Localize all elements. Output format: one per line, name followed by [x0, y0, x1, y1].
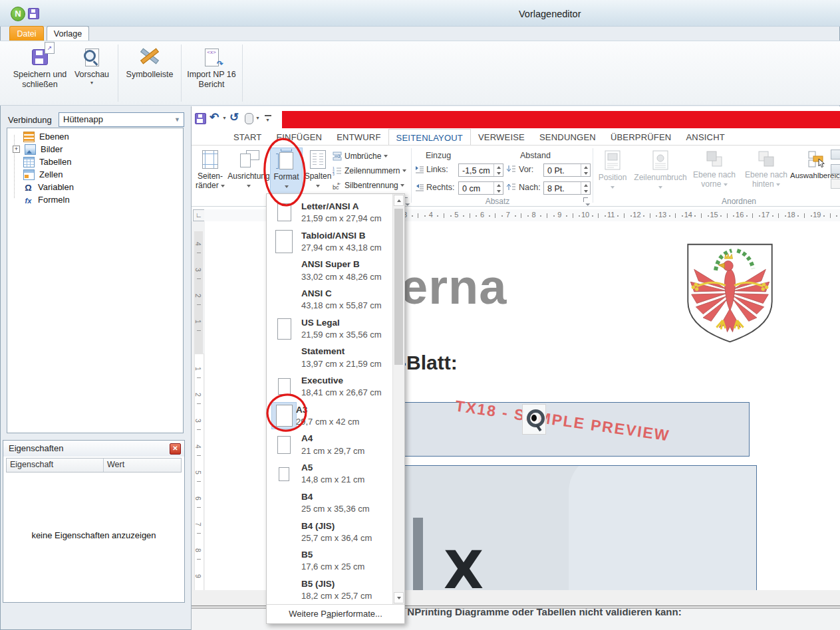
rotate-objects-icon[interactable]: [831, 179, 840, 189]
spacing-before-input[interactable]: 0 Pt.: [543, 163, 591, 177]
toolbar-button[interactable]: Symbolleiste: [123, 45, 176, 94]
tab-ansicht[interactable]: ANSICHT: [678, 129, 732, 145]
paper-size-executive[interactable]: Executive18,41 cm x 26,67 cm: [267, 372, 393, 401]
orientation-button[interactable]: Ausrichtung: [227, 148, 271, 201]
group-label-absatz: Absatz: [458, 197, 537, 206]
spacing-before-icon: [507, 165, 516, 173]
paper-size-ansi-c[interactable]: ANSI C43,18 cm x 55,87 cm: [267, 285, 393, 314]
qat-save-icon[interactable]: [195, 113, 206, 124]
save-and-close-icon: ↗: [27, 45, 53, 70]
customize-qat-icon[interactable]: [265, 115, 271, 116]
indent-label: Einzug: [426, 151, 451, 160]
tab-überprüfen[interactable]: ÜBERPRÜFEN: [603, 129, 679, 145]
undo-dropdown-icon[interactable]: ▼: [222, 116, 227, 120]
line-numbers-button[interactable]: 123 Zeilennummern: [333, 165, 411, 177]
stepper-arrows[interactable]: [493, 182, 503, 194]
preview-button[interactable]: Vorschau ▾: [70, 45, 113, 94]
touch-mode-icon[interactable]: [245, 113, 253, 124]
paper-size-b5[interactable]: B517,6 cm x 25 cm: [267, 546, 393, 576]
undo-icon[interactable]: ↶: [210, 110, 219, 124]
tab-verweise[interactable]: VERWEISE: [471, 129, 532, 145]
save-icon[interactable]: [28, 8, 39, 19]
tab-einfügen[interactable]: EINFÜGEN: [269, 129, 329, 145]
line-numbers-icon: 123: [333, 166, 342, 175]
paper-size-us-legal[interactable]: US Legal21,59 cm x 35,56 cm: [267, 314, 393, 344]
position-icon: [605, 150, 621, 170]
import-np16-button[interactable]: <x> ↷ Import NP 16 Bericht: [186, 45, 237, 94]
paper-size-b4[interactable]: B425 cm x 35,36 cm: [267, 488, 393, 518]
hyphenation-button[interactable]: a-bc Silbentrennung: [333, 179, 411, 191]
breaks-icon: [333, 152, 342, 161]
paper-size-b4-jis-[interactable]: B4 (JIS)25,7 cm x 36,4 cm: [267, 518, 393, 547]
paper-size-tabloid-ansi-b[interactable]: Tabloid/ANSI B27,94 cm x 43,18 cm: [267, 227, 393, 257]
redo-icon[interactable]: ↺: [229, 110, 239, 124]
properties-table-header: Eigenschaft Wert: [6, 458, 182, 472]
content-table-cell[interactable]: X: [402, 465, 757, 590]
tree-item-ebenen[interactable]: Ebenen: [9, 130, 182, 143]
bring-forward-button[interactable]: Ebene nach vorne: [689, 148, 740, 201]
paper-size-a3[interactable]: A329,7 cm x 42 cm: [267, 401, 393, 431]
tab-start[interactable]: START: [226, 129, 269, 145]
scroll-down-icon[interactable]: [394, 592, 404, 603]
align-objects-icon[interactable]: [831, 150, 840, 159]
paper-size-a5[interactable]: A514,8 cm x 21 cm: [267, 459, 393, 488]
tree-item-tabellen[interactable]: Tabellen: [9, 156, 182, 168]
paper-sheet-icon: [278, 378, 291, 395]
customize-qat-arrow-icon[interactable]: ▼: [265, 118, 270, 122]
tab-datei[interactable]: Datei: [9, 26, 44, 41]
nach-label: Nach:: [519, 183, 541, 192]
tools-icon: [136, 45, 163, 70]
tree-item-bilder[interactable]: +Bilder: [9, 143, 182, 156]
column-eigenschaft[interactable]: Eigenschaft: [7, 459, 104, 472]
position-button[interactable]: Position: [595, 148, 630, 201]
paper-size-ansi-super-b[interactable]: ANSI Super B33,02 cm x 48,26 cm: [267, 256, 393, 285]
menu-scrollbar[interactable]: [392, 194, 404, 604]
hyphenation-icon: a-bc: [333, 181, 342, 190]
indent-left-input[interactable]: -1,5 cm: [458, 163, 503, 177]
columns-icon: [310, 150, 326, 169]
scrollbar-thumb[interactable]: [394, 209, 403, 365]
indent-right-input[interactable]: 0 cm: [458, 181, 503, 195]
tree-item-zellen[interactable]: Zellen: [9, 168, 182, 181]
preview-icon: [78, 45, 105, 70]
tree-item-formeln[interactable]: Formeln: [9, 193, 182, 206]
touch-dropdown-icon[interactable]: ▼: [255, 116, 260, 120]
watermark-shape: [569, 465, 757, 590]
margins-button[interactable]: Seiten- ränder: [195, 148, 225, 201]
paper-size-a4[interactable]: A421 cm x 29,7 cm: [267, 431, 393, 460]
paper-size-b5-jis-[interactable]: B5 (JIS)18,2 cm x 25,7 cm: [267, 576, 393, 605]
text-wrap-button[interactable]: Zeilenumbruch: [632, 148, 689, 201]
divider: [411, 148, 412, 203]
more-paper-formats[interactable]: Weitere Papierformate...: [267, 604, 404, 623]
svg-text:3: 3: [333, 172, 335, 175]
send-backward-button[interactable]: Ebene nach hinten: [741, 148, 791, 201]
expander-icon[interactable]: +: [13, 146, 20, 153]
vor-label: Vor:: [519, 165, 533, 174]
tab-selector-icon[interactable]: ∟: [193, 209, 205, 221]
paper-size-letter-ansi-a[interactable]: Letter/ANSI A21,59 cm x 27,94 cm: [267, 198, 393, 227]
save-and-close-button[interactable]: ↗ Speichern und schließen: [11, 45, 69, 94]
word-tab-bar: STARTEINFÜGENENTWURFSEITENLAYOUTVERWEISE…: [192, 129, 840, 145]
connection-dropdown[interactable]: Hüttenapp ▼: [59, 112, 184, 127]
tree-item-variablen[interactable]: Variablen: [9, 181, 182, 193]
vertical-ruler[interactable]: 4321123456789: [192, 221, 205, 590]
orientation-icon: [239, 150, 259, 169]
column-wert[interactable]: Wert: [104, 459, 124, 472]
stepper-arrows[interactable]: [493, 164, 503, 176]
tab-vorlage[interactable]: Vorlage: [47, 26, 89, 41]
breaks-button[interactable]: Umbrüche: [333, 150, 411, 162]
scroll-up-icon[interactable]: [394, 195, 404, 206]
spacing-after-input[interactable]: 8 Pt.: [543, 181, 591, 195]
paper-format-menu: Letter/ANSI A21,59 cm x 27,94 cmTabloid/…: [266, 193, 405, 624]
text-wrap-icon: [652, 150, 668, 170]
tab-entwurf[interactable]: ENTWURF: [329, 129, 388, 145]
stepper-arrows[interactable]: [581, 182, 590, 194]
tab-sendungen[interactable]: SENDUNGEN: [532, 129, 603, 145]
preview-table-cell[interactable]: TX18 - SAMPLE PREVIEW: [402, 402, 750, 457]
paper-size-statement[interactable]: Statement13,97 cm x 21,59 cm: [267, 343, 393, 372]
group-objects-icon[interactable]: [831, 164, 840, 174]
stepper-arrows[interactable]: [581, 164, 590, 176]
paragraph-dialog-launcher-icon[interactable]: [583, 197, 590, 204]
tab-seitenlayout[interactable]: SEITENLAYOUT: [388, 129, 471, 145]
close-icon[interactable]: ✕: [170, 443, 181, 455]
